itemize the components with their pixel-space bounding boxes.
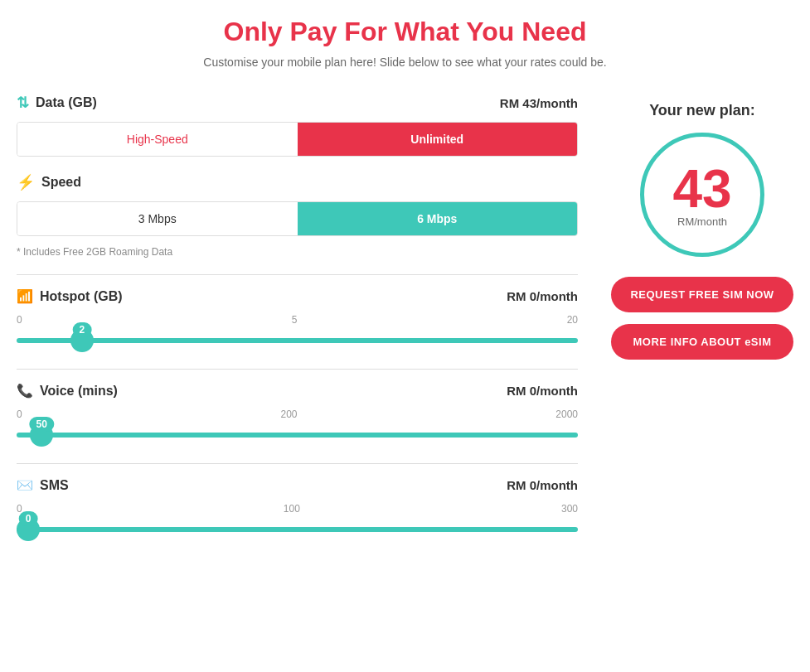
speed-toggle-group: 3 Mbps 6 Mbps bbox=[17, 201, 578, 236]
price-circle: 43 RM/month bbox=[640, 133, 764, 257]
request-sim-button[interactable]: REQUEST FREE SIM NOW bbox=[611, 277, 793, 312]
hotspot-slider-labels: 0 5 20 bbox=[17, 314, 578, 326]
divider-2 bbox=[17, 369, 578, 370]
sms-section: ✉️ SMS RM 0/month 0 100 300 0 bbox=[17, 477, 578, 541]
data-toggle-group: High-Speed Unlimited bbox=[17, 122, 578, 157]
hotspot-slider[interactable] bbox=[17, 338, 578, 343]
sms-slider-labels: 0 100 300 bbox=[17, 503, 578, 515]
speed-section-title: ⚡ Speed bbox=[17, 173, 81, 191]
sms-slider[interactable] bbox=[17, 527, 578, 532]
sms-price: RM 0/month bbox=[507, 478, 578, 492]
voice-icon: 📞 bbox=[17, 383, 33, 399]
plan-sidebar: Your new plan: 43 RM/month REQUEST FREE … bbox=[611, 94, 793, 558]
voice-slider-wrapper: 50 bbox=[17, 423, 578, 447]
data-price: RM 43/month bbox=[500, 96, 578, 110]
page-title: Only Pay For What You Need bbox=[17, 17, 793, 47]
speed-note: * Includes Free 2GB Roaming Data bbox=[17, 246, 578, 258]
new-plan-label: Your new plan: bbox=[649, 102, 755, 119]
speed-toggle-6mbps[interactable]: 6 Mbps bbox=[298, 202, 578, 235]
data-icon: ⇅ bbox=[17, 94, 29, 112]
speed-toggle-3mbps[interactable]: 3 Mbps bbox=[17, 202, 298, 235]
voice-slider-labels: 0 200 2000 bbox=[17, 409, 578, 420]
hotspot-icon: 📶 bbox=[17, 288, 33, 304]
divider-3 bbox=[17, 463, 578, 464]
voice-section: 📞 Voice (mins) RM 0/month 0 200 2000 50 bbox=[17, 383, 578, 447]
data-toggle-high-speed[interactable]: High-Speed bbox=[17, 123, 298, 156]
price-number: 43 bbox=[672, 162, 731, 215]
plan-builder: ⇅ Data (GB) RM 43/month High-Speed Unlim… bbox=[17, 94, 578, 558]
divider-1 bbox=[17, 274, 578, 275]
hotspot-slider-wrapper: 2 bbox=[17, 329, 578, 352]
hotspot-section-title: 📶 Hotspot (GB) bbox=[17, 288, 123, 304]
hotspot-price: RM 0/month bbox=[507, 289, 578, 303]
more-info-button[interactable]: MORE INFO ABOUT eSIM bbox=[611, 324, 793, 360]
sms-icon: ✉️ bbox=[17, 477, 33, 493]
price-unit: RM/month bbox=[677, 215, 727, 228]
voice-price: RM 0/month bbox=[507, 384, 578, 398]
sms-slider-wrapper: 0 bbox=[17, 518, 578, 541]
data-section-title: ⇅ Data (GB) bbox=[17, 94, 97, 112]
data-toggle-unlimited[interactable]: Unlimited bbox=[298, 123, 578, 156]
voice-slider[interactable] bbox=[17, 433, 578, 438]
sms-section-title: ✉️ SMS bbox=[17, 477, 69, 493]
speed-section: ⚡ Speed 3 Mbps 6 Mbps * Includes Free 2G… bbox=[17, 173, 578, 258]
page-subtitle: Customise your mobile plan here! Slide b… bbox=[17, 56, 793, 69]
voice-section-title: 📞 Voice (mins) bbox=[17, 383, 118, 399]
hotspot-section: 📶 Hotspot (GB) RM 0/month 0 5 20 2 bbox=[17, 288, 578, 352]
speed-icon: ⚡ bbox=[17, 173, 35, 191]
data-section: ⇅ Data (GB) RM 43/month High-Speed Unlim… bbox=[17, 94, 578, 157]
